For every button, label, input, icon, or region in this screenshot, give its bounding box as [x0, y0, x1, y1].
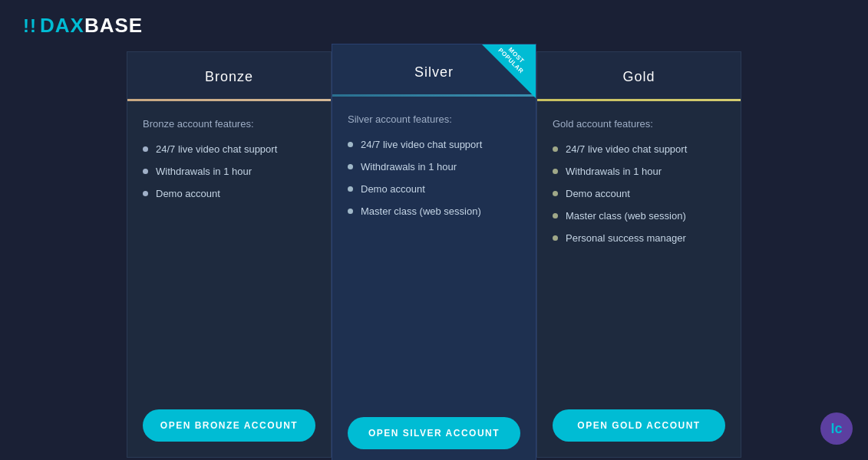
list-item: Demo account — [553, 188, 725, 199]
list-item: Personal success manager — [553, 232, 725, 244]
card-silver: Silver MOST POPULAR Silver account featu… — [332, 44, 536, 460]
card-gold: Gold Gold account features: 24/7 live vi… — [536, 51, 741, 458]
list-item: Demo account — [143, 188, 315, 199]
bronze-features-title: Bronze account features: — [143, 118, 315, 130]
silver-features-title: Silver account features: — [348, 113, 520, 125]
list-item: Withdrawals in 1 hour — [348, 161, 520, 172]
open-silver-account-button[interactable]: OPEN SILVER ACCOUNT — [348, 417, 520, 449]
list-item: 24/7 live video chat support — [143, 143, 315, 155]
bullet-icon — [143, 146, 148, 152]
list-item: 24/7 live video chat support — [348, 139, 520, 150]
gold-features-list: 24/7 live video chat support Withdrawals… — [553, 143, 725, 380]
bullet-icon — [348, 186, 353, 192]
logo-base: BASE — [84, 14, 143, 38]
bronze-title: Bronze — [205, 69, 253, 84]
help-icon[interactable]: lc — [820, 412, 853, 445]
list-item: Withdrawals in 1 hour — [553, 166, 725, 177]
silver-card-header: Silver MOST POPULAR — [332, 44, 536, 94]
gold-title: Gold — [622, 69, 655, 84]
bronze-card-header: Bronze — [127, 52, 331, 99]
cards-container: Bronze Bronze account features: 24/7 liv… — [0, 51, 868, 458]
bronze-features-list: 24/7 live video chat support Withdrawals… — [143, 143, 315, 380]
bullet-icon — [348, 142, 353, 147]
logo-icon: !! — [23, 15, 37, 37]
bullet-icon — [348, 164, 353, 169]
bullet-icon — [348, 209, 353, 214]
bullet-icon — [553, 213, 558, 219]
bronze-card-footer: OPEN BRONZE ACCOUNT — [127, 397, 331, 457]
bullet-icon — [553, 235, 558, 241]
silver-card-body: Silver account features: 24/7 live video… — [332, 97, 536, 405]
list-item: Master class (web session) — [348, 205, 520, 217]
gold-card-body: Gold account features: 24/7 live video c… — [537, 101, 741, 397]
list-item: 24/7 live video chat support — [553, 143, 725, 155]
open-gold-account-button[interactable]: OPEN GOLD ACCOUNT — [553, 409, 725, 442]
open-bronze-account-button[interactable]: OPEN BRONZE ACCOUNT — [143, 409, 315, 442]
silver-title: Silver — [414, 64, 454, 80]
bronze-card-body: Bronze account features: 24/7 live video… — [127, 101, 331, 397]
bullet-icon — [143, 169, 148, 174]
gold-card-header: Gold — [537, 52, 741, 99]
bullet-icon — [553, 146, 558, 152]
bullet-icon — [553, 169, 558, 174]
most-popular-text: MOST POPULAR — [493, 44, 534, 79]
bullet-icon — [553, 191, 558, 196]
silver-features-list: 24/7 live video chat support Withdrawals… — [348, 139, 520, 388]
gold-card-footer: OPEN GOLD ACCOUNT — [537, 397, 741, 457]
card-bronze: Bronze Bronze account features: 24/7 liv… — [127, 51, 332, 458]
list-item: Master class (web session) — [553, 210, 725, 222]
logo: !! DAX BASE — [23, 14, 143, 38]
gold-features-title: Gold account features: — [553, 118, 725, 130]
silver-card-footer: OPEN SILVER ACCOUNT — [332, 405, 536, 460]
list-item: Withdrawals in 1 hour — [143, 166, 315, 177]
help-icon-label: lc — [830, 421, 842, 437]
logo-dax: DAX — [40, 14, 84, 38]
most-popular-badge: MOST POPULAR — [482, 44, 536, 98]
bullet-icon — [143, 191, 148, 196]
list-item: Demo account — [348, 183, 520, 195]
